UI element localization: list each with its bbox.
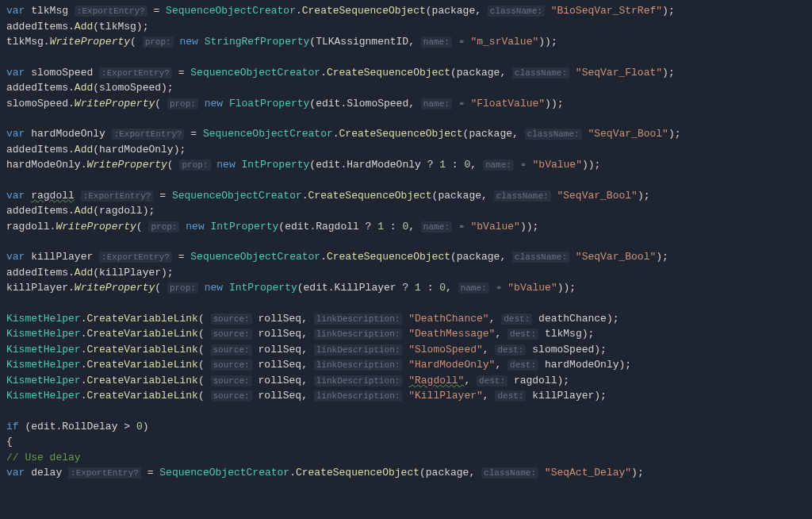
- code-line[interactable]: if (edit.RollDelay > 0): [6, 419, 806, 435]
- method-name: CreateVariableLink: [86, 313, 197, 325]
- param: package: [432, 5, 476, 17]
- method-name: CreateSequenceObject: [302, 5, 426, 17]
- code-line[interactable]: var ragdoll :ExportEntry? = SequenceObje…: [6, 188, 806, 204]
- code-line[interactable]: var tlkMsg :ExportEntry? = SequenceObjec…: [6, 3, 806, 19]
- ternary-op: :: [421, 282, 439, 294]
- blank-line: [6, 296, 806, 311]
- string-literal: "SeqVar_Bool": [557, 190, 637, 202]
- property: RollDelay: [62, 421, 117, 432]
- param-hint: className:: [525, 129, 582, 140]
- param-hint: source:: [211, 344, 252, 356]
- code-line[interactable]: // Use delay: [6, 450, 806, 466]
- param: package: [438, 190, 481, 202]
- method-name: CreateVariableLink: [86, 390, 197, 402]
- param-hint: source:: [211, 359, 252, 371]
- code-line[interactable]: var hardModeOnly :ExportEntry? = Sequenc…: [6, 126, 806, 142]
- var-ref: slomoSpeed: [532, 344, 594, 356]
- comment: // Use delay: [6, 452, 81, 463]
- code-line[interactable]: tlkMsg.WriteProperty( prop: new StringRe…: [6, 34, 806, 50]
- var-ref: hardModeOnly: [99, 144, 174, 156]
- var-hardModeOnly: hardModeOnly: [31, 128, 105, 140]
- var-ref: ragdoll: [99, 205, 143, 217]
- var-ref: edit: [285, 221, 309, 233]
- code-line[interactable]: KismetHelper.CreateVariableLink( source:…: [6, 326, 806, 342]
- var-ref: ragdoll: [514, 375, 557, 386]
- type-name: SequenceObjectCreator: [190, 251, 320, 263]
- code-line[interactable]: KismetHelper.CreateVariableLink( source:…: [6, 342, 806, 358]
- var-ref: killPlayer: [532, 390, 594, 402]
- code-line[interactable]: var delay :ExportEntry? = SequenceObject…: [6, 465, 806, 481]
- type-name: KismetHelper: [6, 375, 81, 386]
- method-name: Add: [75, 21, 93, 33]
- var-ref: rollSeq: [259, 359, 302, 371]
- blank-line: [6, 173, 806, 188]
- keyword-var: var: [6, 5, 25, 17]
- var-ref: tlkMsg: [6, 36, 44, 48]
- var-ref: rollSeq: [259, 375, 302, 386]
- code-line[interactable]: addedItems.Add(tlkMsg);: [6, 19, 806, 35]
- param-hint: name:: [421, 37, 452, 48]
- string-literal: "FloatValue": [470, 98, 545, 110]
- code-line[interactable]: hardModeOnly.WriteProperty( prop: new In…: [6, 157, 806, 173]
- var-ref: tlkMsg: [99, 21, 136, 33]
- type-name: IntProperty: [229, 282, 297, 294]
- code-line[interactable]: var killPlayer :ExportEntry? = SequenceO…: [6, 249, 806, 265]
- code-line[interactable]: KismetHelper.CreateVariableLink( source:…: [6, 388, 806, 404]
- code-line[interactable]: addedItems.Add(killPlayer);: [6, 265, 806, 281]
- code-line[interactable]: KismetHelper.CreateVariableLink( source:…: [6, 357, 806, 373]
- method-name: CreateSequenceObject: [327, 67, 450, 79]
- code-line[interactable]: KismetHelper.CreateVariableLink( source:…: [6, 311, 806, 327]
- type-name: IntProperty: [211, 221, 279, 233]
- method-name: CreateSequenceObject: [339, 128, 463, 140]
- param-hint: className:: [512, 252, 569, 263]
- method-name: CreateVariableLink: [86, 359, 197, 371]
- blank-line: [6, 404, 806, 419]
- code-line[interactable]: var slomoSpeed :ExportEntry? = SequenceO…: [6, 65, 806, 81]
- blank-line: [6, 111, 806, 126]
- type-hint: :ExportEntry?: [68, 467, 141, 479]
- string-literal: "BioSeqVar_StrRef": [551, 5, 662, 17]
- var-ref: addedItems: [6, 21, 68, 33]
- code-editor[interactable]: var tlkMsg :ExportEntry? = SequenceObjec…: [6, 3, 806, 481]
- link-icon: ⚭: [496, 284, 502, 293]
- keyword-var: var: [6, 128, 25, 140]
- keyword-new: new: [180, 36, 198, 48]
- code-line[interactable]: KismetHelper.CreateVariableLink( source:…: [6, 373, 806, 389]
- code-line[interactable]: slomoSpeed.WriteProperty( prop: new Floa…: [6, 96, 806, 112]
- type-name: KismetHelper: [6, 313, 81, 325]
- method-name: CreateSequenceObject: [296, 467, 419, 479]
- method-name: WriteProperty: [86, 159, 167, 171]
- keyword-var: var: [6, 467, 25, 479]
- param-hint: dest:: [508, 359, 538, 371]
- method-name: CreateVariableLink: [86, 344, 197, 356]
- param-hint: source:: [211, 375, 252, 386]
- var-ref: edit: [304, 282, 328, 294]
- param-hint: source:: [211, 313, 252, 325]
- keyword-var: var: [6, 251, 25, 263]
- method-name: Add: [75, 267, 93, 279]
- var-ref: rollSeq: [259, 344, 302, 356]
- type-name: SequenceObjectCreator: [190, 67, 320, 79]
- property: KillPlayer: [335, 282, 396, 294]
- method-name: WriteProperty: [75, 282, 155, 294]
- param-hint: name:: [421, 221, 452, 233]
- param-hint: className:: [481, 467, 538, 479]
- var-ref: slomoSpeed: [6, 98, 68, 110]
- string-literal: "HardModeOnly": [408, 359, 495, 371]
- string-literal: "DeathChance": [408, 313, 488, 325]
- code-line[interactable]: ragdoll.WriteProperty( prop: new IntProp…: [6, 219, 806, 235]
- type-hint: :ExportEntry?: [99, 67, 172, 79]
- code-line[interactable]: addedItems.Add(hardModeOnly);: [6, 142, 806, 158]
- code-line[interactable]: killPlayer.WriteProperty( prop: new IntP…: [6, 280, 806, 296]
- param-hint: prop:: [143, 37, 174, 48]
- param-hint: prop:: [148, 221, 179, 233]
- type-name: StringRefProperty: [205, 36, 310, 48]
- code-line[interactable]: {: [6, 434, 806, 450]
- var-ref: addedItems: [6, 267, 68, 279]
- method-name: CreateSequenceObject: [327, 251, 450, 263]
- code-line[interactable]: addedItems.Add(ragdoll);: [6, 203, 806, 219]
- var-ref: deathChance: [538, 313, 607, 325]
- param-hint: dest:: [495, 344, 526, 356]
- param: package: [457, 251, 500, 263]
- code-line[interactable]: addedItems.Add(slomoSpeed);: [6, 80, 806, 96]
